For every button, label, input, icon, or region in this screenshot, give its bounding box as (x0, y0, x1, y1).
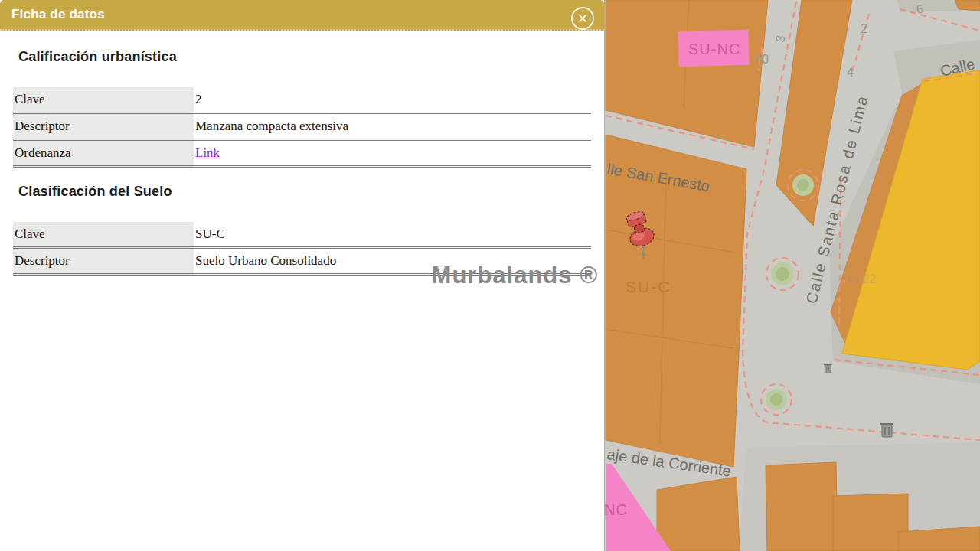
svg-text:2: 2 (861, 22, 867, 35)
row-label: Clave (13, 87, 194, 113)
svg-text:4: 4 (847, 66, 854, 79)
table-row: Clave 2 (13, 87, 591, 113)
zone-label-su-c: SU-C (626, 278, 671, 295)
map-canvas[interactable]: lle San Ernesto aje de la Corriente Call… (605, 0, 980, 551)
app-window: lle San Ernesto aje de la Corriente Call… (0, 0, 980, 551)
table-row: Ordenanza Link (13, 140, 591, 167)
zone-label-nc: NC (605, 501, 628, 518)
row-value: SU-C (194, 222, 591, 248)
dialog-titlebar[interactable]: Ficha de datos (0, 0, 604, 31)
row-label: Clave (13, 222, 194, 248)
row-value: Manzana compacta extensiva (194, 113, 591, 140)
table-row: Clave SU-C (13, 222, 591, 248)
row-value: Link (194, 140, 591, 167)
ficha-de-datos-dialog: Ficha de datos Calificación urbanística … (0, 0, 605, 551)
svg-text:40: 40 (755, 53, 769, 66)
close-icon (577, 12, 589, 24)
zone-label-su-nc: SU-NC (688, 41, 740, 57)
row-label: Descriptor (13, 113, 194, 140)
close-button[interactable] (571, 7, 594, 30)
svg-text:16.22: 16.22 (845, 272, 876, 285)
section-heading-calificacion: Calificación urbanística (18, 49, 590, 65)
dialog-title: Ficha de datos (0, 7, 105, 22)
calificacion-table: Clave 2 Descriptor Manzana compacta exte… (13, 87, 591, 168)
ordenanza-link[interactable]: Link (195, 145, 220, 160)
row-value: 2 (194, 87, 591, 113)
table-row: Descriptor Manzana compacta extensiva (13, 113, 591, 140)
dialog-body: Calificación urbanística Clave 2 Descrip… (0, 49, 604, 276)
watermark: Murbalands ® (432, 262, 598, 289)
row-label: Descriptor (13, 248, 194, 275)
row-label: Ordenanza (13, 140, 194, 167)
section-heading-clasificacion: Clasificación del Suelo (18, 184, 590, 200)
